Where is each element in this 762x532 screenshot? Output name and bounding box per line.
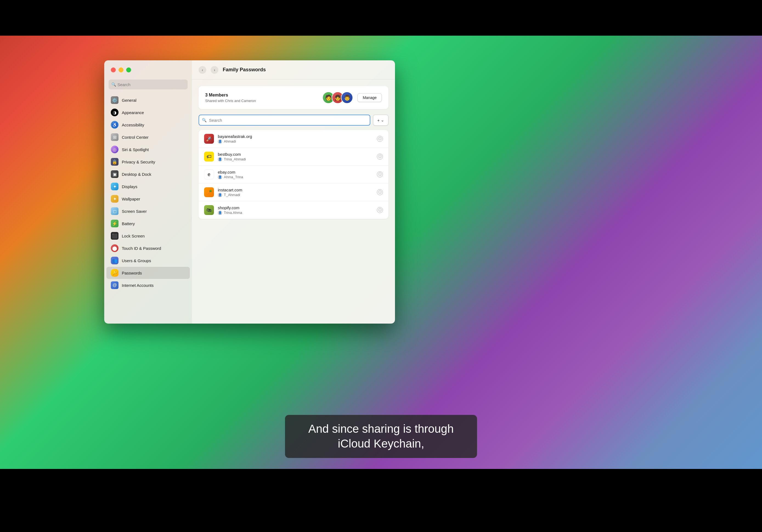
sidebar-item-screensaver[interactable]: ◻Screen Saver <box>107 205 190 217</box>
wallpaper-icon: ✦ <box>111 195 118 203</box>
password-row[interactable]: eebay.com👤Ahma_Trinaⓘ <box>198 166 388 184</box>
sidebar-item-label-passwords: Passwords <box>122 271 142 275</box>
password-domain: instacart.com <box>218 188 377 192</box>
forward-button[interactable]: › <box>211 66 218 74</box>
sidebar-item-label-lockscreen: Lock Screen <box>122 234 145 238</box>
sidebar-item-label-general: General <box>122 98 136 103</box>
password-domain: shopify.com <box>218 205 377 210</box>
password-info: bayareafastrak.org👤Ahmadi <box>218 134 377 144</box>
password-row[interactable]: 🛍shopify.com👤Trina.Ahmaⓘ <box>198 201 388 219</box>
sidebar-item-label-internet: Internet Accounts <box>122 283 154 288</box>
search-input[interactable] <box>109 80 188 89</box>
sidebar-item-label-users: Users & Groups <box>122 258 151 263</box>
password-user-row: 👤Ahma_Trina <box>218 175 377 179</box>
sidebar-item-displays[interactable]: ✦Displays <box>107 181 190 192</box>
info-button[interactable]: ⓘ <box>377 171 383 178</box>
password-row[interactable]: 🚀bayareafastrak.org👤Ahmadiⓘ <box>198 130 388 148</box>
password-user-row: 👤Trina.Ahma <box>218 211 377 215</box>
members-info: 3 Members Shared with Chris and Cameron <box>205 93 256 103</box>
sidebar-item-privacy[interactable]: 🔒Privacy & Security <box>107 156 190 168</box>
sidebar-item-siri[interactable]: ◎Siri & Spotlight <box>107 143 190 156</box>
info-button[interactable]: ⓘ <box>377 207 383 213</box>
sidebar-item-touchid[interactable]: ⬤Touch ID & Password <box>107 242 190 254</box>
minimize-button[interactable] <box>118 67 123 72</box>
internet-icon: @ <box>111 281 118 289</box>
sidebar-item-appearance[interactable]: ◑Appearance <box>107 107 190 118</box>
password-username: Ahma_Trina <box>224 175 243 179</box>
traffic-lights <box>111 67 131 72</box>
avatar-3: 👨 <box>341 92 353 104</box>
password-info: bestbuy.com👤Trina_Ahmadi <box>218 152 377 162</box>
members-right: 🧑 👧 👨 Manage <box>322 92 382 104</box>
password-user-row: 👤Trina_Ahmadi <box>218 157 377 162</box>
sidebar-item-wallpaper[interactable]: ✦Wallpaper <box>107 193 190 205</box>
info-button[interactable]: ⓘ <box>377 189 383 195</box>
password-icon-2: e <box>204 170 214 179</box>
password-info: ebay.com👤Ahma_Trina <box>218 170 377 179</box>
sidebar-item-label-appearance: Appearance <box>122 110 144 115</box>
accessibility-icon: ♿ <box>111 121 118 129</box>
avatar-group: 🧑 👧 👨 <box>322 92 353 104</box>
password-username: T_Ahmadi <box>224 193 240 197</box>
password-row[interactable]: 🥕instacart.com👤T_Ahmadiⓘ <box>198 184 388 201</box>
sidebar-item-internet[interactable]: @Internet Accounts <box>107 279 190 291</box>
user-icon: 👤 <box>218 139 222 144</box>
sidebar-item-label-displays: Displays <box>122 184 137 189</box>
info-button[interactable]: ⓘ <box>377 154 383 160</box>
add-password-button[interactable]: + ⌄ <box>373 114 388 125</box>
sidebar-item-label-control-center: Control Center <box>122 135 149 140</box>
screensaver-icon: ◻ <box>111 207 118 215</box>
user-icon: 👤 <box>218 175 222 179</box>
close-button[interactable] <box>111 67 116 72</box>
info-button[interactable]: ⓘ <box>377 136 383 142</box>
sidebar-titlebar <box>104 60 192 80</box>
appearance-icon: ◑ <box>111 109 118 116</box>
sidebar-item-users[interactable]: 👥Users & Groups <box>107 255 190 266</box>
sidebar-item-label-touchid: Touch ID & Password <box>122 246 161 251</box>
black-bar-top <box>0 0 762 36</box>
general-icon: ⚙️ <box>111 96 118 104</box>
search-icon: 🔍 <box>112 82 116 87</box>
password-username: Trina.Ahma <box>224 211 242 215</box>
caption-line1: And since sharing is through <box>308 422 454 435</box>
password-search-input[interactable] <box>198 114 370 125</box>
caption-overlay: And since sharing is through iCloud Keyc… <box>285 415 477 458</box>
privacy-icon: 🔒 <box>111 158 118 166</box>
sidebar-item-passwords[interactable]: 🔑Passwords <box>107 267 190 279</box>
sidebar-item-label-siri: Siri & Spotlight <box>122 147 149 152</box>
user-icon: 👤 <box>218 211 222 215</box>
sidebar-item-label-desktop: Desktop & Dock <box>122 172 151 177</box>
sidebar-item-desktop[interactable]: ▣Desktop & Dock <box>107 168 190 180</box>
lockscreen-icon: ⬛ <box>111 232 118 240</box>
search-icon-main: 🔍 <box>202 118 206 122</box>
password-row[interactable]: 🏷bestbuy.com👤Trina_Ahmadiⓘ <box>198 148 388 166</box>
manage-button[interactable]: Manage <box>357 93 382 102</box>
page-title: Family Passwords <box>223 67 266 73</box>
maximize-button[interactable] <box>126 67 131 72</box>
sidebar-item-label-screensaver: Screen Saver <box>122 209 147 214</box>
main-content: ‹ › Family Passwords 3 Members Shared wi… <box>192 60 395 324</box>
back-button[interactable]: ‹ <box>198 66 206 74</box>
password-icon-0: 🚀 <box>204 134 214 144</box>
displays-icon: ✦ <box>111 183 118 190</box>
members-title: 3 Members <box>205 93 256 98</box>
members-section: 3 Members Shared with Chris and Cameron … <box>198 86 388 109</box>
sidebar-item-general[interactable]: ⚙️General <box>107 94 190 106</box>
password-username: Trina_Ahmadi <box>224 157 246 161</box>
password-icon-1: 🏷 <box>204 152 214 162</box>
sidebar-item-control-center[interactable]: ⊞Control Center <box>107 131 190 143</box>
user-icon: 👤 <box>218 193 222 197</box>
sidebar-search-container: 🔍 <box>109 80 188 89</box>
password-search-container: 🔍 <box>198 114 370 125</box>
password-domain: bestbuy.com <box>218 152 377 157</box>
touchid-icon: ⬤ <box>111 244 118 252</box>
sidebar-item-lockscreen[interactable]: ⬛Lock Screen <box>107 230 190 242</box>
sidebar-item-battery[interactable]: ⚡Battery <box>107 217 190 230</box>
sidebar-list: ⚙️General◑Appearance♿Accessibility⊞Contr… <box>104 93 192 324</box>
password-info: instacart.com👤T_Ahmadi <box>218 188 377 197</box>
black-bar-bottom <box>0 469 762 532</box>
main-body: 3 Members Shared with Chris and Cameron … <box>192 80 395 324</box>
control-center-icon: ⊞ <box>111 133 118 141</box>
sidebar-item-accessibility[interactable]: ♿Accessibility <box>107 119 190 131</box>
chevron-down-icon: ⌄ <box>381 117 384 122</box>
